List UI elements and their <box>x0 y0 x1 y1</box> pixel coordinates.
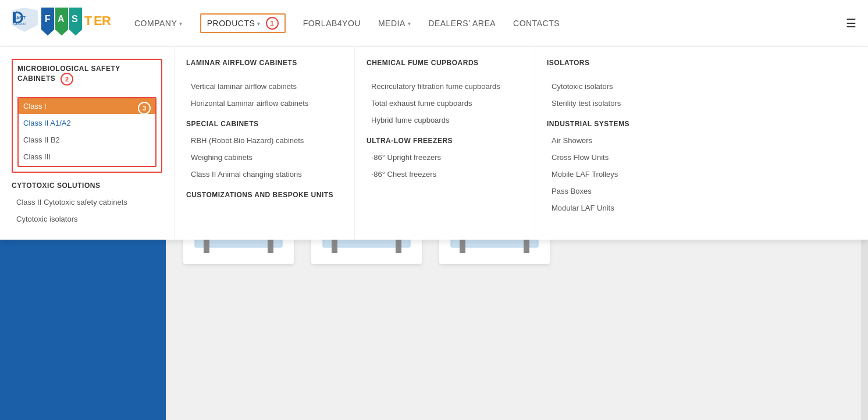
class-items-box: Class I 3 Class II A1/A2 Class II B2 Cla… <box>17 97 156 167</box>
svg-text:F: F <box>45 14 51 24</box>
products-badge: 1 <box>266 17 279 30</box>
cytotoxic-solutions-header: CYTOTOXIC SOLUTIONS <box>12 181 162 190</box>
products-chevron-icon: ▾ <box>257 20 261 27</box>
microbiological-box: MICROBIOLOGICAL SAFETY CABINETS 2 Class … <box>12 59 162 173</box>
nav-products[interactable]: PRODUCTS ▾ 1 <box>200 13 286 33</box>
mega-item-class-ii-cytotoxic[interactable]: Class II Cytotoxic safety cabinets <box>12 194 162 210</box>
ultra-low-freezers-header: ULTRA-LOW FREEZERS <box>367 137 523 145</box>
page-wrapper: DASIT GROUP F A S <box>0 0 868 420</box>
mega-item-total-exhaust[interactable]: Total exhaust fume cupboards <box>367 95 523 111</box>
mega-item-weighing-cabinets[interactable]: Weighing cabinets <box>186 150 343 165</box>
nav-company[interactable]: COMPANY ▾ <box>134 13 183 34</box>
nav-forlab4you[interactable]: FORLAB4YOU <box>303 13 361 34</box>
logo-area: DASIT GROUP F A S <box>12 8 111 40</box>
mega-item-chest-freezers[interactable]: -86° Chest freezers <box>367 166 523 182</box>
faster-logo-banners: F A S T E R <box>41 8 111 40</box>
micro-header: MICROBIOLOGICAL SAFETY CABINETS 2 <box>17 65 156 88</box>
nav-media[interactable]: MEDIA ▾ <box>378 13 411 34</box>
mega-item-class-ii-a1a2[interactable]: Class II A1/A2 <box>19 115 155 131</box>
svg-text:E: E <box>94 13 102 28</box>
industrial-systems-header: INDUSTRIAL SYSTEMS <box>547 120 856 128</box>
class-i-badge: 3 <box>138 102 151 115</box>
customizations-header: CUSTOMIZATIONS AND BESPOKE UNITS <box>186 191 343 199</box>
mega-item-hybrid-fume[interactable]: Hybrid fume cupboards <box>367 112 523 128</box>
mega-item-pass-boxes[interactable]: Pass Boxes <box>547 183 856 199</box>
mega-item-upright-freezers[interactable]: -86° Upright freezers <box>367 150 523 165</box>
mega-item-rbh[interactable]: RBH (Robot Bio Hazard) cabinets <box>186 133 343 148</box>
mega-col-chemical: CHEMICAL FUME CUPBOARDS Recirculatory fi… <box>355 47 535 240</box>
svg-text:T: T <box>84 13 93 28</box>
svg-text:A: A <box>58 14 65 24</box>
main-nav: COMPANY ▾ PRODUCTS ▾ 1 FORLAB4YOU MEDIA … <box>134 13 846 34</box>
mega-item-vertical-laminar[interactable]: Vertical laminar airflow cabinets <box>186 79 343 94</box>
mega-item-sterility-test[interactable]: Sterility test isolators <box>547 95 856 111</box>
mega-item-recirculatory[interactable]: Recirculatory filtration fume cupboards <box>367 79 523 94</box>
isolators-header: ISOLATORS <box>547 59 856 70</box>
mega-item-cytotoxic-isolators[interactable]: Cytotoxic isolators <box>12 211 162 227</box>
mega-col-isolators: ISOLATORS Cytotoxic isolators Sterility … <box>535 47 868 240</box>
mega-item-cross-flow-units[interactable]: Cross Flow Units <box>547 150 856 165</box>
mega-item-class-i[interactable]: Class I 3 <box>19 98 155 114</box>
svg-text:S: S <box>72 14 78 24</box>
mega-item-horizontal-laminar[interactable]: Horizontal Laminar airflow cabinets <box>186 95 343 111</box>
svg-rect-3 <box>13 12 16 23</box>
mega-col-laminar: LAMINAR AIRFLOW CABINETS Vertical lamina… <box>175 47 355 240</box>
media-chevron-icon: ▾ <box>408 20 411 27</box>
mega-item-class-iii[interactable]: Class III <box>19 149 155 165</box>
company-chevron-icon: ▾ <box>179 20 183 27</box>
special-cabinets-header: SPECIAL CABINETS <box>186 120 343 128</box>
mega-item-class-ii-b2[interactable]: Class II B2 <box>19 132 155 148</box>
mega-item-cytotoxic-iso[interactable]: Cytotoxic isolators <box>547 79 856 94</box>
mega-item-class-ii-animal[interactable]: Class II Animal changing stations <box>186 166 343 182</box>
mega-menu: MICROBIOLOGICAL SAFETY CABINETS 2 Class … <box>0 47 868 240</box>
mega-item-air-showers[interactable]: Air Showers <box>547 133 856 148</box>
laminar-header: LAMINAR AIRFLOW CABINETS <box>186 59 343 70</box>
svg-text:R: R <box>102 13 111 28</box>
mega-col-microbiological: MICROBIOLOGICAL SAFETY CABINETS 2 Class … <box>0 47 175 240</box>
hamburger-icon[interactable]: ☰ <box>846 16 856 30</box>
nav-contacts[interactable]: CONTACTS <box>513 13 560 34</box>
micro-badge-2: 2 <box>61 73 73 86</box>
mega-item-mobile-laf-trolleys[interactable]: Mobile LAF Trolleys <box>547 166 856 182</box>
chemical-header: CHEMICAL FUME CUPBOARDS <box>367 59 523 70</box>
mega-item-modular-laf-units[interactable]: Modular LAF Units <box>547 200 856 216</box>
header: DASIT GROUP F A S <box>0 0 868 47</box>
nav-dealers-area[interactable]: DEALERS' AREA <box>428 13 496 34</box>
dasitgroup-logo[interactable]: DASIT GROUP <box>12 8 38 40</box>
